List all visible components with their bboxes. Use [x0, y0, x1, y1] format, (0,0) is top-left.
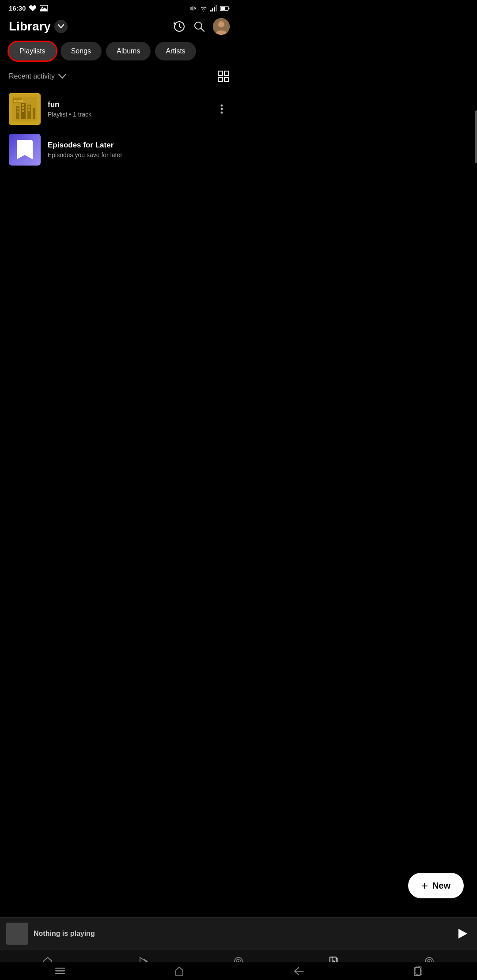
avatar-image: [213, 18, 230, 35]
history-button[interactable]: [173, 20, 186, 33]
svg-rect-29: [17, 111, 19, 113]
list-item[interactable]: MGMT fun Playlist • 1 track: [0, 89, 238, 129]
tab-playlists[interactable]: Playlists: [9, 42, 56, 60]
playlist-name: Episodes for Later: [48, 141, 230, 150]
wifi-icon: [200, 5, 208, 11]
svg-point-16: [218, 21, 224, 27]
svg-rect-7: [214, 7, 215, 11]
chevron-down-icon: [58, 24, 64, 29]
svg-rect-10: [221, 7, 225, 10]
section-header: Recent activity: [0, 67, 238, 89]
filter-tabs: Playlists Songs Albums Artists: [0, 40, 238, 67]
status-time: 16:30: [9, 4, 26, 12]
avatar[interactable]: [213, 18, 230, 35]
mgmt-artwork: MGMT: [9, 93, 41, 125]
battery-icon: [220, 6, 230, 11]
svg-rect-30: [22, 104, 24, 106]
playlist-meta: Playlist • 1 track: [48, 111, 214, 118]
list-item[interactable]: Episodes for Later Episodes you save for…: [0, 129, 238, 170]
heart-icon: [29, 5, 36, 11]
recent-activity-toggle[interactable]: Recent activity: [9, 72, 66, 80]
tab-artists[interactable]: Artists: [155, 42, 196, 60]
svg-rect-33: [28, 106, 30, 108]
playlist-art-episodes: [9, 134, 41, 166]
search-icon: [193, 21, 205, 32]
playlist-info-episodes: Episodes for Later Episodes you save for…: [48, 141, 230, 158]
svg-rect-32: [22, 110, 24, 112]
section-title: Recent activity: [9, 72, 55, 80]
tab-songs[interactable]: Songs: [61, 42, 102, 60]
history-icon: [173, 20, 186, 33]
library-dropdown-button[interactable]: [54, 20, 68, 33]
svg-rect-18: [218, 71, 223, 75]
header: Library: [0, 15, 238, 40]
search-button[interactable]: [193, 21, 205, 32]
playlist-info-fun: fun Playlist • 1 track: [48, 100, 214, 118]
more-icon: [220, 104, 223, 114]
svg-rect-34: [28, 109, 30, 111]
svg-point-39: [221, 112, 223, 114]
signal-icon: [210, 5, 217, 11]
svg-rect-20: [218, 77, 223, 82]
episodes-artwork: [9, 134, 41, 166]
photo-icon: [40, 5, 48, 11]
playlist-name: fun: [48, 100, 214, 109]
mute-icon: [190, 5, 197, 12]
svg-line-14: [201, 28, 204, 31]
svg-point-38: [221, 108, 223, 110]
status-bar: 16:30: [0, 0, 238, 15]
svg-rect-31: [22, 107, 24, 109]
svg-rect-27: [33, 108, 35, 119]
grid-icon: [217, 70, 230, 83]
bookmark-icon: [17, 140, 33, 159]
svg-rect-8: [216, 5, 217, 11]
grid-view-button[interactable]: [217, 70, 230, 83]
svg-rect-19: [224, 71, 229, 75]
svg-text:MGMT: MGMT: [14, 99, 24, 102]
svg-rect-28: [17, 108, 19, 109]
playlist-art-fun: MGMT: [9, 93, 41, 125]
svg-rect-21: [224, 77, 229, 82]
playlist-meta: Episodes you save for later: [48, 151, 230, 158]
tab-albums[interactable]: Albums: [106, 42, 151, 60]
svg-point-1: [42, 7, 43, 8]
chevron-down-icon: [58, 74, 66, 79]
svg-point-37: [221, 105, 223, 107]
svg-rect-6: [212, 8, 213, 11]
svg-rect-11: [229, 8, 230, 9]
page-title: Library: [9, 19, 51, 34]
svg-rect-5: [210, 10, 212, 11]
playlist-more-menu-button[interactable]: [214, 101, 230, 117]
